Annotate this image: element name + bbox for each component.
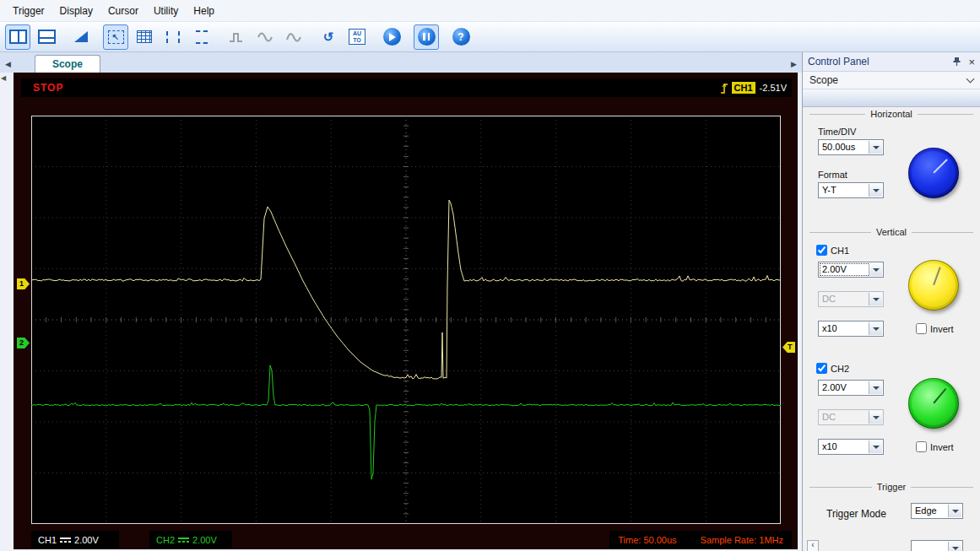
ch2-volts-select[interactable]: 2.00V (818, 380, 884, 396)
combo-arrow-icon (869, 440, 882, 453)
vertical-cursors-icon (166, 31, 180, 43)
strip-scroll-left-icon[interactable]: ◀ (1, 74, 6, 82)
menu-help[interactable]: Help (186, 3, 222, 19)
grid-button[interactable] (132, 24, 157, 50)
pause-bars-icon (423, 33, 430, 41)
trigger-source-select[interactable] (911, 540, 963, 551)
tab-scroll-right-icon[interactable]: ▶ (791, 60, 797, 68)
trigger-position-marker[interactable]: T (782, 342, 795, 353)
format-value: Y-T (822, 185, 837, 195)
ch2-position-marker[interactable]: 2 (17, 338, 30, 348)
ch2-coupling-select: DC (818, 409, 884, 425)
track-cursor-button[interactable]: ↖ (103, 24, 128, 50)
autoset-button[interactable]: AUTO (344, 24, 370, 50)
trigger-channel-badge: CH1 (732, 82, 755, 94)
vertical-group-label: Vertical (809, 226, 973, 238)
dual-window-button[interactable] (34, 24, 59, 50)
control-panel: Control Panel × Scope Horizontal Time/DI… (802, 52, 980, 551)
timediv-select[interactable]: 50.00us (818, 139, 884, 155)
combo-arrow-icon (869, 293, 882, 305)
ch1-probe-value: x10 (822, 323, 837, 333)
trigger-group-label: Trigger (809, 481, 973, 493)
run-button[interactable] (379, 24, 404, 50)
horizontal-cursors-button[interactable] (189, 24, 214, 50)
panel-selector-dropdown[interactable]: Scope (803, 72, 980, 89)
tab-scroll-left-icon[interactable]: ◀ (0, 60, 14, 73)
vertical-cursors-button[interactable] (160, 24, 186, 50)
timebase-readout: Time: 50.00us Sample Rate: 1MHz (609, 531, 792, 548)
combo-arrow-icon (869, 184, 882, 197)
ch1-enable-row: CH1 (816, 245, 849, 256)
question-mark-icon: ? (458, 31, 463, 43)
trigger-mode-select[interactable]: Edge (911, 503, 963, 519)
help-button[interactable]: ? (448, 24, 474, 50)
ch1-invert-checkbox[interactable] (916, 323, 927, 334)
ch2-position-knob[interactable] (908, 378, 959, 429)
ch2-probe-select[interactable]: x10 (818, 439, 884, 455)
combo-arrow-icon (869, 381, 882, 394)
toolbar: ↖ ↺ AUTO ? (0, 22, 980, 52)
knob-pointer (933, 267, 941, 285)
combo-arrow-icon (869, 141, 882, 154)
ch1-volts-select[interactable]: 2.00V (818, 262, 884, 278)
single-window-button[interactable] (5, 24, 30, 50)
timediv-label: Time/DIV (818, 127, 856, 137)
ch2-invert-checkbox[interactable] (916, 441, 927, 452)
menu-cursor[interactable]: Cursor (100, 3, 146, 19)
menu-display[interactable]: Display (52, 3, 100, 19)
ch2-checkbox[interactable] (816, 363, 827, 374)
ch1-probe-select[interactable]: x10 (818, 321, 884, 337)
format-label: Format (818, 170, 847, 180)
tab-scope[interactable]: Scope (35, 55, 100, 73)
oscilloscope-screen: STOP CH1 -2.51V 1 2 T CH1 2.00V (14, 73, 798, 549)
horizontal-group-label: Horizontal (809, 108, 973, 120)
ch2-footer-label: CH2 (156, 535, 175, 545)
ch2-volts-value: 2.00V (822, 382, 847, 392)
refresh-icon: ↺ (323, 30, 334, 43)
scope-footer-bar: CH1 2.00V CH2 2.00V Time: 50.00us Sample… (31, 531, 792, 548)
ch1-position-knob[interactable] (908, 260, 959, 311)
pin-icon[interactable] (952, 57, 961, 67)
trigger-mode-value: Edge (915, 505, 937, 516)
ch1-coupling-select: DC (818, 291, 884, 307)
timediv-value: 50.00us (822, 142, 855, 152)
combo-arrow-icon (948, 505, 961, 517)
combo-arrow-icon (869, 322, 882, 335)
autoset-text-bottom: TO (353, 37, 361, 44)
help-icon: ? (452, 28, 470, 46)
ramp-waveform-button[interactable] (68, 24, 94, 50)
combo-arrow-icon (869, 411, 882, 424)
format-select[interactable]: Y-T (818, 182, 884, 198)
horizontal-group-text: Horizontal (870, 109, 912, 119)
panel-scroll-left-button[interactable]: ‹ (807, 540, 819, 551)
ch1-invert-label: Invert (930, 324, 954, 334)
ch1-volts-value: 2.00V (822, 264, 847, 274)
ch1-label: CH1 (831, 246, 849, 256)
step-wave-icon (229, 31, 244, 43)
run-icon (383, 28, 401, 46)
vertical-group-text: Vertical (876, 227, 907, 237)
document-area: ◀ Scope ▶ ◀ STOP CH1 -2.51V 1 2 T (0, 52, 802, 551)
ch1-coupling-value: DC (822, 294, 836, 304)
menu-trigger[interactable]: Trigger (5, 3, 52, 19)
ch1-checkbox[interactable] (816, 245, 827, 256)
horizontal-knob[interactable] (908, 148, 959, 198)
grid-icon (137, 30, 152, 43)
pause-button[interactable] (414, 24, 439, 50)
menu-utility[interactable]: Utility (146, 3, 186, 19)
refresh-button[interactable]: ↺ (316, 24, 341, 50)
ch2-footer-scale: 2.00V (192, 535, 217, 545)
ch1-position-marker[interactable]: 1 (17, 278, 30, 289)
run-state-label: STOP (33, 82, 63, 94)
step-wave-button (224, 24, 249, 50)
scope-status-bar: STOP CH1 -2.51V (21, 78, 792, 97)
ch2-scale-readout: CH2 2.00V (149, 531, 232, 548)
play-triangle-icon (389, 33, 396, 41)
sine-wave2-icon (286, 31, 301, 43)
sine-wave2-button (281, 24, 306, 50)
cursor-arrow-icon: ↖ (108, 30, 124, 44)
close-icon[interactable]: × (968, 57, 975, 68)
autoset-text-top: AU (353, 30, 361, 37)
waveform-display[interactable] (31, 116, 781, 524)
combo-arrow-icon (948, 542, 961, 551)
